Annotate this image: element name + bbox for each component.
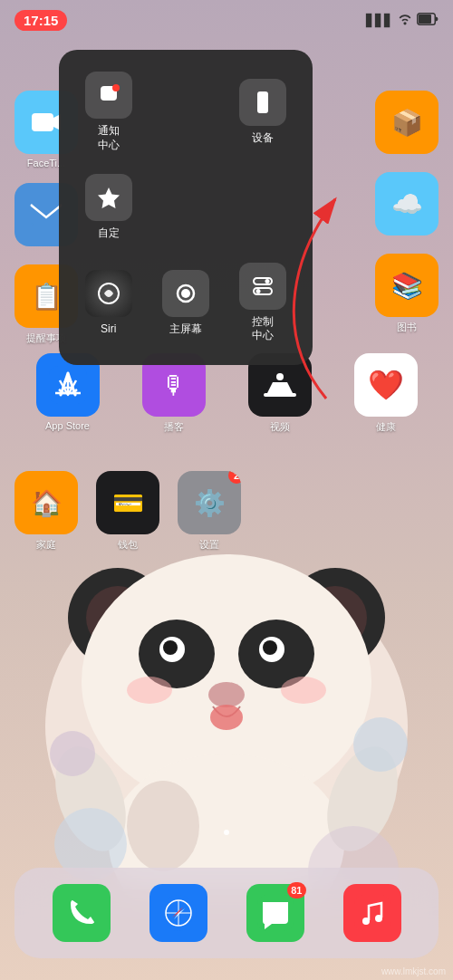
right-side-apps: 📦 ☁️ 📚 图书 <box>375 91 439 334</box>
settings-app[interactable]: ⚙️ 2 设置 <box>178 471 241 552</box>
svg-point-23 <box>353 717 408 772</box>
svg-point-17 <box>127 781 199 871</box>
icloud-app[interactable]: ☁️ <box>375 172 439 239</box>
menu-empty1 <box>150 64 220 159</box>
books-app[interactable]: 📚 图书 <box>375 254 439 334</box>
books-icon: 📚 <box>375 254 439 317</box>
star-icon <box>96 185 121 210</box>
podcasts-label: 播客 <box>164 420 184 434</box>
status-bar: 17:15 ▋▋▋ <box>0 0 453 40</box>
svg-rect-25 <box>419 14 431 24</box>
wallet-label: 钱包 <box>118 538 138 552</box>
right-app1[interactable]: 📦 <box>375 91 439 158</box>
appletv-app[interactable]: 视频 <box>248 353 312 434</box>
page-dot <box>224 830 229 835</box>
controlcenter-label: 控制中心 <box>252 315 274 343</box>
status-icons: ▋▋▋ <box>366 13 439 28</box>
phone-app[interactable] <box>53 884 111 942</box>
svg-point-11 <box>263 640 277 655</box>
customize-label: 自定 <box>98 226 120 241</box>
health-app[interactable]: ❤️ 健康 <box>354 353 418 434</box>
svg-point-31 <box>112 84 120 91</box>
homescreen-label: 主屏幕 <box>169 322 202 337</box>
siri-label: Siri <box>101 322 116 337</box>
menu-controlcenter[interactable]: 控制中心 <box>228 255 298 351</box>
svg-point-15 <box>281 677 326 704</box>
battery-icon <box>417 13 439 28</box>
menu-empty3 <box>228 167 298 248</box>
books-label: 图书 <box>397 321 417 334</box>
svg-point-33 <box>262 108 265 110</box>
svg-point-12 <box>208 682 245 707</box>
siri-icon <box>96 281 121 306</box>
dock: 81 <box>14 868 439 958</box>
siri-icon-box <box>85 270 132 317</box>
health-label: 健康 <box>376 420 396 434</box>
health-icon: ❤️ <box>354 353 418 417</box>
device-label: 设备 <box>252 131 274 146</box>
svg-point-49 <box>276 373 284 380</box>
svg-rect-58 <box>354 895 390 931</box>
appletv-label: 视频 <box>270 420 290 434</box>
homescreen-icon <box>173 281 198 306</box>
notification-label: 通知中心 <box>98 124 120 152</box>
home-icon: 🏠 <box>14 471 78 534</box>
menu-notification[interactable]: 通知中心 <box>73 64 143 159</box>
svg-rect-48 <box>264 393 296 397</box>
signal-icon: ▋▋▋ <box>366 14 393 27</box>
menu-siri[interactable]: Siri <box>73 255 143 351</box>
watermark: www.lmkjst.com <box>381 966 446 976</box>
status-time: 17:15 <box>14 10 67 31</box>
messages-wrap: 81 <box>246 884 304 942</box>
wallet-icon: 💳 <box>96 471 159 534</box>
device-icon-box <box>239 79 286 126</box>
settings-icon: ⚙️ 2 <box>178 471 241 534</box>
menu-homescreen[interactable]: 主屏幕 <box>150 255 220 351</box>
svg-point-59 <box>362 918 370 925</box>
music-app[interactable] <box>343 884 401 942</box>
right-app1-icon: 📦 <box>375 91 439 154</box>
svg-point-37 <box>181 289 190 298</box>
messages-badge: 81 <box>287 882 305 898</box>
middle-apps-row: App Store 🎙 播客 视频 ❤️ 健康 <box>0 353 453 434</box>
appstore-app[interactable]: App Store <box>36 353 100 434</box>
notification-icon <box>96 82 121 108</box>
svg-point-60 <box>375 915 382 922</box>
svg-point-22 <box>50 731 95 776</box>
icloud-icon: ☁️ <box>375 172 439 235</box>
notification-icon-box <box>85 72 132 119</box>
svg-marker-34 <box>98 187 120 208</box>
homescreen-icon-box <box>162 270 209 317</box>
settings-label: 设置 <box>199 538 219 552</box>
menu-device[interactable]: 设备 <box>228 64 298 159</box>
menu-empty2 <box>150 167 220 248</box>
apps-row2: 🏠 家庭 💳 钱包 ⚙️ 2 设置 <box>14 471 439 552</box>
wallet-app[interactable]: 💳 钱包 <box>96 471 159 552</box>
context-menu: 通知中心 设备 自定 Siri <box>59 50 313 365</box>
device-icon <box>250 90 275 115</box>
svg-point-10 <box>163 640 178 655</box>
home-label: 家庭 <box>36 538 56 552</box>
menu-customize[interactable]: 自定 <box>73 167 143 248</box>
settings-badge: 2 <box>228 471 241 484</box>
home-app[interactable]: 🏠 家庭 <box>14 471 78 552</box>
customize-icon-box <box>85 174 132 221</box>
svg-point-39 <box>265 279 270 283</box>
safari-app[interactable] <box>149 884 207 942</box>
wifi-icon <box>398 13 412 28</box>
svg-rect-26 <box>32 113 53 131</box>
controlcenter-icon <box>250 274 275 299</box>
podcasts-app[interactable]: 🎙 播客 <box>142 353 206 434</box>
svg-point-13 <box>210 705 243 730</box>
svg-point-41 <box>256 289 261 293</box>
controlcenter-icon-box <box>239 263 286 310</box>
appstore-label: App Store <box>45 420 90 431</box>
svg-point-14 <box>127 677 172 704</box>
